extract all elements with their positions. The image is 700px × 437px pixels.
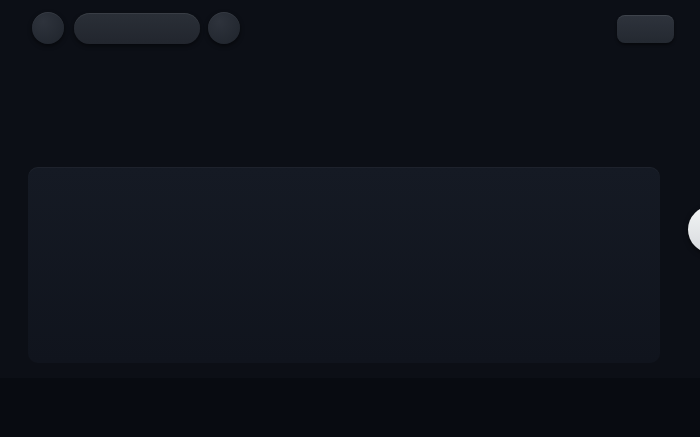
equalizer-panel <box>28 167 660 363</box>
preset-next-button[interactable] <box>208 12 240 44</box>
eq-curve-graph <box>0 52 700 164</box>
top-bar <box>0 0 700 55</box>
edge-drawer-handle[interactable] <box>688 206 700 253</box>
reset-button[interactable] <box>617 15 674 43</box>
preset-prev-button[interactable] <box>32 12 64 44</box>
next-bands-page-button[interactable] <box>663 250 689 286</box>
preset-selector[interactable] <box>74 13 200 44</box>
bottom-tab-bar <box>0 378 700 437</box>
